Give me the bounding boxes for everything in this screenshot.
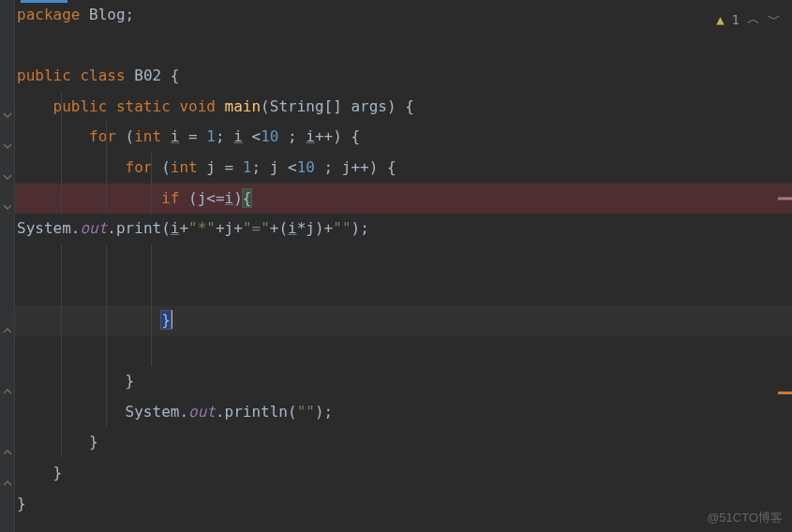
op: *: [297, 219, 306, 237]
keyword: if: [161, 189, 179, 207]
op: =: [216, 158, 243, 176]
brace-open-matched: {: [243, 189, 252, 207]
punct: ;: [315, 158, 342, 176]
string: "=": [243, 219, 270, 237]
punct: ++) {: [351, 158, 396, 176]
variable: i: [233, 127, 243, 145]
code-editor[interactable]: ▲ 1 ︿ ﹀ package Blog; public class B02 {…: [0, 0, 792, 532]
code-line[interactable]: }: [15, 366, 792, 397]
identifier: Blog: [89, 6, 126, 23]
method-call: .println(: [216, 403, 297, 421]
warning-stripe[interactable]: [778, 392, 792, 394]
string: "": [297, 403, 315, 421]
op: +(: [270, 219, 288, 237]
punct: ): [233, 189, 243, 207]
op: )+: [315, 219, 333, 237]
punct: ;: [126, 6, 135, 23]
variable: j: [270, 158, 279, 176]
indent: [17, 403, 126, 421]
punct: ++) {: [315, 127, 360, 145]
string: "*": [188, 219, 216, 237]
op: =: [179, 127, 206, 145]
identifier: System.: [17, 219, 80, 237]
code-line[interactable]: public static void main(String[] args) {: [15, 92, 792, 123]
punct: (: [116, 127, 134, 145]
number: 1: [243, 158, 252, 176]
class-name: B02: [134, 66, 161, 84]
code-line[interactable]: public class B02 {: [15, 61, 792, 92]
keyword: for: [126, 158, 153, 176]
code-line[interactable]: [15, 31, 792, 62]
code-area[interactable]: package Blog; public class B02 { public …: [15, 0, 792, 532]
indent: [17, 158, 126, 176]
text: [80, 6, 89, 23]
number: 10: [297, 158, 315, 176]
code-line[interactable]: [15, 244, 792, 275]
method-call: .print(: [107, 219, 170, 237]
punct: (: [179, 189, 197, 207]
code-line[interactable]: }: [15, 427, 792, 458]
keyword: for: [89, 127, 116, 145]
code-line[interactable]: [15, 274, 792, 305]
brace: }: [17, 433, 98, 451]
brace: }: [17, 495, 26, 512]
variable: i: [288, 219, 297, 237]
op: +: [216, 219, 225, 237]
brace-close-matched: }: [161, 311, 171, 329]
punct: ;: [216, 127, 233, 145]
punct: );: [315, 403, 333, 421]
indent: [17, 311, 161, 329]
code-line[interactable]: System.out.print(i+"*"+j+"="+(i*j)+"");: [15, 214, 792, 244]
op: <: [278, 158, 296, 176]
keyword: int: [171, 158, 198, 176]
variable: j: [225, 219, 234, 237]
field: out: [80, 219, 107, 237]
op: +: [233, 219, 243, 237]
fold-toggle-icon[interactable]: [3, 479, 12, 488]
indent: [17, 189, 161, 207]
keyword: package: [17, 6, 80, 23]
indent: [17, 97, 53, 115]
punct: ;: [252, 158, 270, 176]
fold-toggle-icon[interactable]: [3, 448, 12, 457]
indent: [17, 127, 89, 145]
op: <: [243, 127, 261, 145]
code-line[interactable]: package Blog;: [15, 0, 792, 31]
code-line[interactable]: for (int i = 1; i <10 ; i++) {: [15, 122, 792, 153]
keyword: public: [17, 66, 71, 84]
code-line[interactable]: }: [15, 489, 792, 520]
code-line[interactable]: for (int j = 1; j <10 ; j++) {: [15, 153, 792, 184]
variable: j: [306, 219, 315, 237]
method-name: main: [225, 97, 262, 115]
brace: }: [17, 372, 134, 390]
gutter[interactable]: [0, 0, 15, 532]
field: out: [188, 403, 216, 421]
fold-toggle-icon[interactable]: [3, 326, 12, 335]
variable: j: [206, 158, 216, 176]
variable: i: [171, 127, 180, 145]
variable: i: [171, 219, 180, 237]
number: 10: [261, 127, 278, 145]
keyword: void: [179, 97, 216, 115]
punct: ;: [278, 127, 306, 145]
keyword: static: [116, 97, 171, 115]
identifier: System.: [126, 403, 188, 421]
punct: {: [161, 66, 179, 84]
op: +: [179, 219, 188, 237]
code-line-error[interactable]: if (j<=i){: [15, 184, 792, 214]
code-line-caret[interactable]: }: [15, 305, 792, 336]
fold-toggle-icon[interactable]: [3, 202, 12, 212]
variable: j: [198, 189, 207, 207]
watermark: @51CTO博客: [707, 510, 783, 526]
punct: );: [351, 219, 369, 237]
code-line[interactable]: }: [15, 458, 792, 489]
fold-toggle-icon[interactable]: [3, 111, 12, 120]
fold-toggle-icon[interactable]: [3, 172, 12, 182]
code-line[interactable]: [15, 336, 792, 367]
punct: (: [153, 158, 171, 176]
text-caret: [171, 310, 172, 329]
fold-toggle-icon[interactable]: [3, 141, 12, 151]
code-line[interactable]: System.out.println("");: [15, 397, 792, 428]
fold-toggle-icon[interactable]: [3, 387, 12, 396]
number: 1: [206, 127, 216, 145]
